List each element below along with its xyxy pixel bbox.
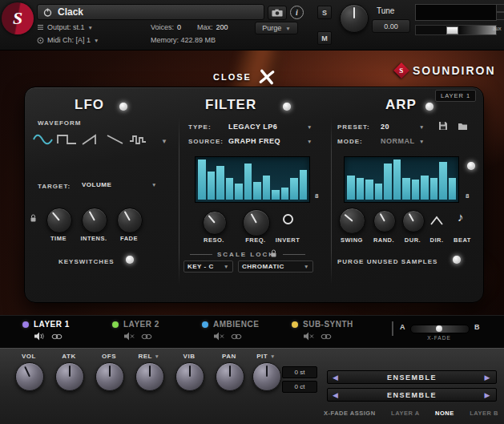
rel-knob[interactable] <box>135 362 164 391</box>
keyswitches-led[interactable] <box>126 256 134 264</box>
filter-power-led[interactable] <box>283 103 291 111</box>
speaker-muted-icon[interactable] <box>123 332 135 341</box>
arp-step-graph[interactable] <box>344 156 459 203</box>
chain-link-icon[interactable] <box>51 333 62 341</box>
max-value[interactable]: 200 <box>216 23 228 31</box>
folder-icon[interactable] <box>458 122 468 131</box>
lfo-fade-knob[interactable] <box>117 208 143 233</box>
volume-fader-handle[interactable] <box>446 26 458 34</box>
chain-link-icon[interactable] <box>231 333 242 341</box>
waveform-saw-up-button[interactable] <box>81 132 102 147</box>
layer-tab-subsynth[interactable]: SUB-SYNTH <box>292 320 380 345</box>
next-arrow-icon[interactable]: ▶ <box>485 374 491 382</box>
filter-source-select[interactable]: GRAPH FREQ <box>228 137 280 145</box>
chain-link-icon[interactable] <box>141 333 152 341</box>
prev-arrow-icon[interactable]: ◀ <box>333 374 339 382</box>
layer-tab-layer1[interactable]: LAYER 1 <box>22 320 111 345</box>
target-select[interactable]: VOLUME ▼ <box>78 179 161 191</box>
pitch-cent-display[interactable]: 0 ct <box>282 381 317 393</box>
arp-beat-note-icon[interactable]: ♪ <box>458 210 464 224</box>
scale-lock-icon[interactable] <box>270 249 277 258</box>
ofs-knob[interactable] <box>95 362 124 391</box>
dropdown-arrow-icon[interactable]: ▼ <box>307 139 312 144</box>
filter-freq-knob[interactable] <box>243 209 270 236</box>
waveform-sine-button[interactable] <box>33 132 54 147</box>
vol-knob[interactable] <box>15 362 44 391</box>
tune-value-display[interactable]: 0.00 <box>372 19 410 33</box>
xfade-assign-layer-b[interactable]: LAYER B <box>470 410 498 417</box>
pitch-semitone-display[interactable]: 0 st <box>282 366 317 378</box>
arp-graph-led[interactable] <box>467 162 475 170</box>
tune-knob[interactable] <box>340 4 369 33</box>
logo-letter: S <box>13 8 22 29</box>
waveform-random-button[interactable] <box>129 132 150 147</box>
atk-knob[interactable] <box>55 362 84 391</box>
lfo-intensity-knob[interactable] <box>82 208 107 233</box>
output-select[interactable]: Output: st.1 <box>47 23 85 31</box>
filter-invert-toggle[interactable] <box>283 214 293 224</box>
arp-swing-knob[interactable] <box>339 208 365 234</box>
scale-key-select[interactable]: KEY - C ▼ <box>183 260 233 273</box>
next-arrow-icon[interactable]: ▶ <box>485 391 491 399</box>
arp-power-led[interactable] <box>425 103 433 111</box>
ensemble-select-1[interactable]: ◀ ENSEMBLE ▶ <box>327 370 497 384</box>
lfo-power-led[interactable] <box>119 103 127 111</box>
midi-channel-select[interactable]: Midi Ch: [A] 1 <box>47 36 91 44</box>
save-icon[interactable] <box>438 121 448 131</box>
close-icon[interactable] <box>258 68 276 86</box>
midi-row[interactable]: Midi Ch: [A] 1 ▼ <box>37 36 99 44</box>
solo-button[interactable]: S <box>317 6 332 19</box>
ensemble-select-2[interactable]: ◀ ENSEMBLE ▶ <box>327 388 497 402</box>
lock-icon[interactable] <box>30 214 37 223</box>
rel-label[interactable]: REL ▼ <box>133 353 165 360</box>
speaker-muted-icon[interactable] <box>213 332 224 341</box>
output-channel-box-1[interactable] <box>496 4 504 12</box>
filter-type-select[interactable]: LEGACY LP6 <box>228 123 277 131</box>
xfade-assign-none[interactable]: NONE <box>435 410 454 417</box>
dropdown-arrow-icon[interactable]: ▼ <box>419 124 424 130</box>
max-voices-readout[interactable]: Max: 200 <box>197 23 228 31</box>
xfade-slider[interactable] <box>410 325 470 333</box>
output-row[interactable]: Output: st.1 ▼ <box>37 23 93 31</box>
arp-duration-knob[interactable] <box>402 210 425 232</box>
vib-knob[interactable] <box>175 362 204 391</box>
chain-link-icon[interactable] <box>321 333 332 341</box>
pit-knob[interactable] <box>252 362 281 391</box>
speaker-muted-icon[interactable] <box>303 332 314 341</box>
close-button[interactable]: CLOSE <box>213 69 275 85</box>
info-button[interactable]: i <box>290 6 304 19</box>
dropdown-arrow-icon[interactable]: ▼ <box>419 139 424 144</box>
xfade-assign-layer-a[interactable]: LAYER A <box>391 410 419 417</box>
waveform-square-button[interactable] <box>57 132 78 147</box>
arp-direction-icon[interactable] <box>429 215 444 226</box>
layer-tab-layer2[interactable]: LAYER 2 <box>112 320 200 345</box>
purge-dropdown[interactable]: Purge ▼ <box>255 22 298 34</box>
layer-tab-ambience[interactable]: AMBIENCE <box>202 320 290 345</box>
speaker-on-icon[interactable] <box>34 332 45 341</box>
lfo-time-knob[interactable] <box>46 208 72 233</box>
waveform-saw-down-button[interactable] <box>105 132 126 147</box>
xfade-slider-handle[interactable] <box>436 325 442 332</box>
purge-unused-samples-led[interactable] <box>453 256 461 264</box>
dropdown-arrow-icon: ▼ <box>88 25 93 30</box>
snapshot-camera-button[interactable] <box>268 6 287 20</box>
volume-fader[interactable] <box>415 25 497 35</box>
instrument-titlebar[interactable]: Clack <box>37 4 264 20</box>
dropdown-arrow-icon[interactable]: ▼ <box>307 124 312 130</box>
power-icon[interactable] <box>43 8 52 17</box>
filter-reso-knob[interactable] <box>203 211 227 235</box>
filter-step-graph[interactable] <box>195 156 310 203</box>
pit-label[interactable]: PIT ▼ <box>250 353 282 360</box>
saw-down-wave-icon <box>105 133 126 146</box>
pan-knob[interactable] <box>216 362 244 391</box>
waveform-dropdown-arrow-icon[interactable]: ▼ <box>161 138 167 145</box>
arp-random-knob[interactable] <box>373 210 396 232</box>
mute-button[interactable]: M <box>317 31 332 45</box>
arp-preset-select[interactable]: 20 <box>381 123 389 131</box>
scale-type-select[interactable]: CHROMATIC ▼ <box>238 260 313 273</box>
lfo-fade-label: FADE <box>113 235 145 242</box>
prev-arrow-icon[interactable]: ◀ <box>333 391 339 399</box>
arp-mode-select[interactable]: NORMAL <box>381 137 415 145</box>
output-channel-box-2[interactable] <box>496 12 504 20</box>
purge-unused-samples-button[interactable]: PURGE UNUSED SAMPLES <box>337 258 437 265</box>
